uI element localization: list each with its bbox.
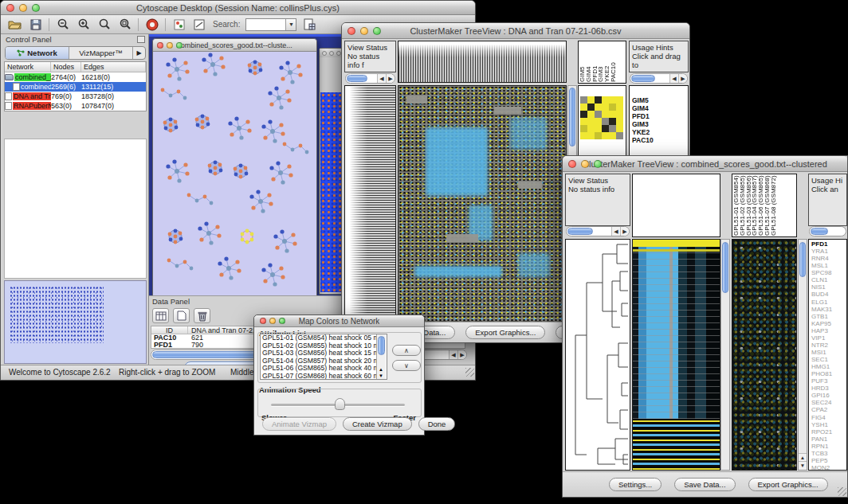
import-table-icon[interactable] (302, 18, 317, 31)
dialog-action-button[interactable]: Done (418, 417, 456, 431)
scroll-right-icon[interactable]: ▶ (457, 350, 466, 359)
matrix-cell[interactable] (587, 104, 595, 111)
scroll-left-icon[interactable]: ◀ (377, 74, 386, 83)
vizmapper-icon[interactable] (171, 18, 186, 31)
tab-overflow-arrow[interactable]: ▶ (132, 47, 145, 59)
new-attribute-icon[interactable] (173, 308, 190, 323)
matrix-cell[interactable] (609, 104, 616, 111)
matrix-cell[interactable] (587, 111, 595, 118)
treeview-action-button[interactable]: Export Graphics... (465, 326, 545, 339)
matrix-cell[interactable] (587, 132, 595, 139)
scrollbar-thumb[interactable] (567, 228, 593, 235)
zoom-button[interactable] (279, 318, 285, 324)
scroll-right-icon[interactable]: ▶ (620, 227, 629, 236)
table-row[interactable]: combined_sco 2569(6) 13112(15) (5, 82, 146, 92)
matrix-cell[interactable] (602, 104, 609, 111)
scrollbar-thumb[interactable] (569, 88, 575, 147)
network-overview-thumbnail[interactable] (4, 280, 147, 364)
matrix-cell[interactable] (595, 132, 602, 139)
column-dendrogram[interactable] (398, 41, 567, 83)
close-button[interactable] (347, 27, 355, 35)
scroll-right-icon[interactable]: ▶ (678, 74, 687, 83)
matrix-cell[interactable] (587, 118, 595, 125)
animation-slider-thumb[interactable] (335, 398, 345, 410)
scroll-up-icon[interactable]: ▲ (799, 453, 807, 461)
matrix-cell[interactable] (595, 118, 602, 125)
attribute-list-vscrollbar[interactable]: ▲ ▼ (376, 334, 386, 379)
open-file-icon[interactable] (7, 18, 22, 31)
scroll-left-icon[interactable]: ◀ (669, 74, 678, 83)
view-status-hscrollbar[interactable]: ◀ ▶ (566, 226, 630, 236)
tab-vizmapper[interactable]: VizMapper™ (69, 47, 132, 59)
zoom-button[interactable] (373, 27, 381, 35)
attribute-list[interactable]: GPL51-01 (GSM854) heat shock 05 minGPL51… (260, 334, 387, 380)
treeview-action-button[interactable]: Save Data... (674, 478, 735, 491)
minimize-button[interactable] (167, 42, 173, 49)
matrix-cell[interactable] (616, 104, 623, 111)
close-button[interactable] (568, 160, 576, 168)
gene-label-list[interactable]: PFD1YRA1RNR4MSL1SPC98CLN1NIS1BUD4ELG1MAK… (808, 239, 847, 471)
matrix-cell[interactable] (616, 125, 623, 132)
matrix-cell[interactable] (616, 96, 623, 104)
treeview-action-button[interactable]: Export Graphics... (748, 478, 828, 491)
matrix-cell[interactable] (580, 132, 587, 139)
main-titlebar[interactable]: Cytoscape Desktop (Session Name: collins… (1, 1, 475, 15)
resize-grip[interactable] (465, 368, 474, 377)
table-row[interactable]: RNAPuberNov2+ 563(0) 107847(0) (5, 101, 146, 111)
global-heatmap[interactable] (632, 239, 720, 471)
network-view-titlebar[interactable]: combined_scores_good.txt--cluste... (153, 39, 316, 52)
table-row[interactable]: DNA and Tran 07 769(0) 183728(0) (5, 92, 146, 101)
zoom-button[interactable] (176, 42, 183, 49)
annotation-icon[interactable] (192, 18, 207, 31)
zoom-button[interactable] (32, 4, 40, 12)
matrix-cell[interactable] (602, 125, 609, 132)
scroll-down-icon[interactable]: ▼ (799, 461, 807, 469)
network-table-header[interactable]: Network Nodes Edges (5, 62, 146, 72)
close-button[interactable] (6, 4, 14, 12)
move-down-button[interactable]: ∨ (392, 360, 421, 371)
select-attributes-icon[interactable] (152, 308, 169, 323)
dialog-titlebar[interactable]: Map Colors to Network (254, 315, 424, 327)
zoom-button[interactable] (594, 160, 602, 168)
dialog-action-button[interactable]: Animate Vizmap (262, 417, 336, 431)
help-lifesaver-icon[interactable] (144, 18, 159, 31)
correlation-matrix[interactable] (580, 96, 626, 139)
zoom-vscrollbar[interactable]: ▲ ▼ (798, 239, 807, 471)
matrix-cell[interactable] (587, 125, 595, 132)
tab-network[interactable]: Network (6, 47, 69, 59)
close-button[interactable] (157, 42, 163, 49)
matrix-cell[interactable] (595, 104, 602, 111)
matrix-cell[interactable] (602, 111, 609, 118)
matrix-cell[interactable] (609, 96, 616, 104)
scroll-up-icon[interactable]: ▲ (379, 367, 383, 372)
matrix-cell[interactable] (580, 96, 587, 104)
scrollbar-thumb[interactable] (799, 242, 806, 277)
matrix-cell[interactable] (587, 96, 595, 104)
move-up-button[interactable]: ∧ (392, 345, 421, 356)
zoom-out-icon[interactable] (55, 18, 70, 31)
resize-grip[interactable] (838, 487, 846, 496)
scrollbar-thumb[interactable] (631, 75, 655, 82)
dialog-action-button[interactable]: Create Vizmap (343, 417, 412, 431)
matrix-cell[interactable] (609, 118, 616, 125)
matrix-cell[interactable] (595, 111, 602, 118)
close-button[interactable] (260, 318, 266, 324)
zoom-fit-icon[interactable] (117, 18, 132, 31)
global-heatmap[interactable] (398, 85, 567, 323)
treeview2-titlebar[interactable]: ClusterMaker TreeView : combined_scores_… (563, 156, 847, 172)
table-row[interactable]: combined_scores 2764(0) 16218(0) (5, 72, 146, 82)
network-graph-canvas[interactable] (153, 52, 316, 295)
matrix-cell[interactable] (580, 104, 587, 111)
scrollbar-thumb[interactable] (811, 228, 828, 235)
usage-hints-hscrollbar[interactable] (809, 226, 846, 236)
matrix-cell[interactable] (616, 132, 623, 139)
matrix-cell[interactable] (580, 125, 587, 132)
scroll-right-icon[interactable]: ▶ (386, 74, 395, 83)
matrix-cell[interactable] (602, 132, 609, 139)
scroll-left-icon[interactable]: ◀ (611, 227, 620, 236)
zoom-in-icon[interactable] (76, 18, 91, 31)
matrix-cell[interactable] (616, 118, 623, 125)
matrix-cell[interactable] (580, 118, 587, 125)
scrollbar-thumb[interactable] (378, 336, 385, 355)
minimize-button[interactable] (19, 4, 27, 12)
